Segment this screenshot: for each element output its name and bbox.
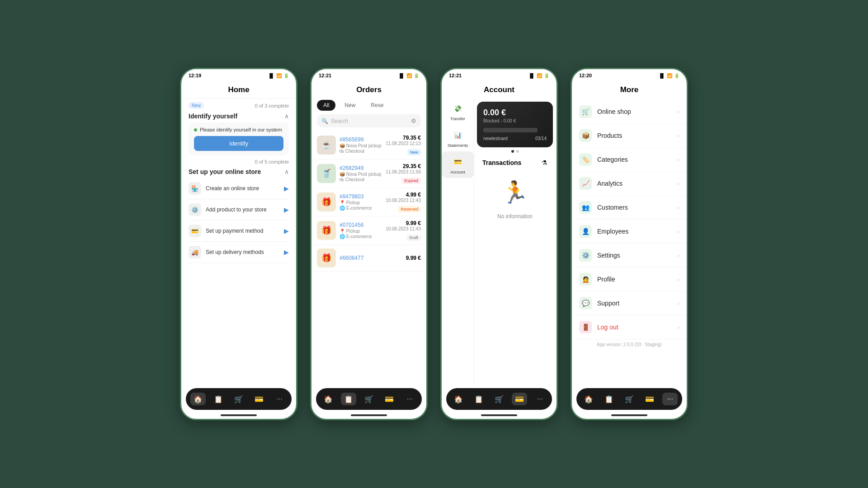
search-bar[interactable]: 🔍 Search ⚙ (317, 114, 421, 127)
products-chevron: › (677, 132, 679, 139)
tab-new[interactable]: New (338, 100, 362, 111)
tab-all[interactable]: All (317, 100, 335, 111)
task-item[interactable]: 🏪 Create an online store ▶ (189, 178, 289, 199)
nav-more-2[interactable]: ··· (402, 393, 417, 405)
nav-orders[interactable]: 📋 (211, 393, 226, 405)
support-icon: 💬 (579, 297, 592, 310)
collapse-icon[interactable]: ∧ (284, 113, 289, 120)
profile-icon: 🙍 (579, 273, 592, 286)
order-row-1[interactable]: ☕ #8565699 📦 Nova Post pickup 🛍 Checkout… (311, 131, 426, 160)
employees-icon: 👤 (579, 225, 592, 238)
sidebar-statements[interactable]: 📊 Statements (442, 125, 474, 151)
nav-shop-4[interactable]: 🛒 (622, 393, 637, 405)
nav-orders-4[interactable]: 📋 (601, 393, 617, 405)
order-id-3: #8479803 (340, 193, 382, 200)
order-meta-1b: 🛍 Checkout (340, 149, 382, 154)
products-icon: 📦 (579, 129, 592, 142)
task-chevron-4: ▶ (284, 249, 289, 256)
account-screen: Account 💸 Transfer 📊 Statements 💳 Accoun… (442, 80, 557, 385)
card-name: newtestcard (483, 136, 508, 141)
profile-label: Profile (597, 276, 672, 283)
battery-icon-4: 🔋 (674, 73, 679, 78)
menu-profile[interactable]: 🙍 Profile › (572, 267, 687, 291)
menu-settings[interactable]: ⚙️ Settings › (572, 244, 687, 267)
sidebar-transfer[interactable]: 💸 Transfer (442, 98, 474, 125)
task-item-2[interactable]: ⚙️ Add product to your store ▶ (189, 199, 289, 221)
order-details-2: #2682949 📦 Nova Post pickup 🛍 Checkout (340, 165, 382, 182)
signal-icon-4: ▐▌ (659, 73, 665, 78)
order-meta-1a: 📦 Nova Post pickup (340, 143, 382, 148)
card-dots (477, 150, 553, 153)
wifi-icon: 📶 (276, 73, 282, 78)
app-version: App version: 2.0.0 (33 · Staging) (572, 339, 687, 350)
nav-card[interactable]: 💳 (251, 393, 267, 405)
nav-home-3[interactable]: 🏠 (451, 393, 466, 405)
nav-home-4[interactable]: 🏠 (581, 393, 596, 405)
card-blocked: Blocked - 0.00 € (483, 118, 547, 123)
sidebar-account[interactable]: 💳 Account (442, 151, 474, 178)
identify-button[interactable]: Identify (194, 136, 283, 151)
bottom-nav-more: 🏠 📋 🛒 💳 ··· (576, 388, 682, 410)
order-meta-3a: 📍 Pickup (340, 200, 382, 205)
order-row-5[interactable]: 🎁 #6606477 9.99 € (311, 245, 426, 272)
collapse-icon-2[interactable]: ∧ (284, 168, 289, 175)
order-row-3[interactable]: 🎁 #8479803 📍 Pickup 🌐 E-commerce 4.99 € … (311, 188, 426, 216)
nav-home[interactable]: 🏠 (190, 393, 206, 405)
tab-rese[interactable]: Rese (364, 100, 390, 111)
identify-section-title: Identify yourself (189, 113, 237, 120)
menu-employees[interactable]: 👤 Employees › (572, 220, 687, 244)
order-details-4: #0701456 📍 Pickup 🌐 E-commerce (340, 222, 382, 239)
task-label-4: Set up delivery methods (206, 249, 279, 255)
task-chevron-2: ▶ (284, 206, 289, 213)
nav-more[interactable]: ··· (272, 393, 287, 405)
battery-icon-3: 🔋 (544, 73, 549, 78)
nav-card-3[interactable]: 💳 (512, 393, 527, 405)
order-date-4: 10.08.2023 11:43 (386, 226, 421, 231)
orders-title: Orders (311, 80, 426, 98)
dot-1 (511, 150, 514, 153)
menu-online-shop[interactable]: 🛒 Online shop › (572, 100, 687, 124)
nav-orders-3[interactable]: 📋 (471, 393, 486, 405)
status-bar-orders: 12:21 ▐▌ 📶 🔋 (311, 69, 426, 80)
menu-logout[interactable]: 🚪 Log out › (572, 315, 687, 339)
order-tag-3: Reserved (398, 206, 421, 212)
nav-more-4[interactable]: ··· (662, 393, 678, 405)
online-store-section-header: Set up your online store ∧ (189, 168, 289, 175)
more-screen: More 🛒 Online shop › 📦 Products › 🏷️ Cat… (572, 80, 687, 385)
menu-support[interactable]: 💬 Support › (572, 291, 687, 315)
nav-home-2[interactable]: 🏠 (321, 393, 336, 405)
task-item-3[interactable]: 💳 Set up payment method ▶ (189, 221, 289, 242)
new-badge: New (189, 102, 204, 109)
nav-shop[interactable]: 🛒 (231, 393, 246, 405)
settings-chevron: › (677, 252, 679, 259)
transactions-filter-icon[interactable]: ⚗ (542, 159, 547, 166)
nav-orders-2[interactable]: 📋 (341, 393, 356, 405)
account-layout: 💸 Transfer 📊 Statements 💳 Account 0.00 €… (442, 98, 557, 385)
menu-products[interactable]: 📦 Products › (572, 124, 687, 148)
order-price-5: 9.99 € (406, 255, 421, 261)
analytics-label: Analytics (597, 180, 672, 187)
green-dot (194, 128, 197, 131)
analytics-chevron: › (677, 180, 679, 187)
order-price-col-4: 9.99 € 10.08.2023 11:43 Draft (386, 220, 421, 241)
nav-more-3[interactable]: ··· (532, 393, 547, 405)
search-icon: 🔍 (321, 118, 328, 124)
menu-analytics[interactable]: 📈 Analytics › (572, 172, 687, 196)
filter-icon[interactable]: ⚙ (411, 117, 416, 124)
task-item-4[interactable]: 🚚 Set up delivery methods ▶ (189, 242, 289, 263)
bottom-nav-orders: 🏠 📋 🛒 💳 ··· (316, 388, 422, 410)
menu-customers[interactable]: 👥 Customers › (572, 196, 687, 220)
employees-chevron: › (677, 228, 679, 235)
nav-card-4[interactable]: 💳 (642, 393, 657, 405)
menu-categories[interactable]: 🏷️ Categories › (572, 148, 687, 172)
nav-shop-3[interactable]: 🛒 (491, 393, 507, 405)
nav-shop-2[interactable]: 🛒 (361, 393, 377, 405)
wifi-icon-2: 📶 (406, 73, 412, 78)
order-row-4[interactable]: 🎁 #0701456 📍 Pickup 🌐 E-commerce 9.99 € … (311, 216, 426, 245)
order-row-2[interactable]: 🥤 #2682949 📦 Nova Post pickup 🛍 Checkout… (311, 160, 426, 188)
profile-chevron: › (677, 276, 679, 283)
nav-card-2[interactable]: 💳 (382, 393, 397, 405)
status-bar-account: 12:21 ▐▌ 📶 🔋 (442, 69, 557, 80)
phone-home: 12:19 ▐▌ 📶 🔋 Home New 0 of 3 complete Id… (180, 68, 297, 420)
phone-account: 12:21 ▐▌ 📶 🔋 Account 💸 Transfer 📊 Statem… (440, 68, 558, 420)
